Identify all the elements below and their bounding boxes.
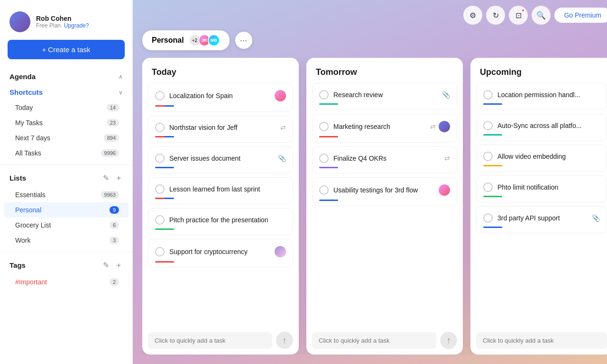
task-priority-bar — [155, 136, 174, 137]
board-tab-row: Personal +2 JR MB ··· — [142, 30, 607, 50]
notification-button[interactable]: ⊡ — [509, 6, 528, 25]
task-priority-bar — [483, 103, 502, 105]
column-tomorrow-header: Tomorrow — [306, 58, 463, 83]
task-circle[interactable] — [483, 90, 493, 100]
task-title: Finalize Q4 OKRs — [333, 154, 386, 163]
search-button[interactable]: 🔍 — [532, 6, 551, 25]
quick-add-input-upcoming[interactable] — [476, 332, 607, 349]
important-tag-badge: 2 — [110, 278, 119, 286]
member-avatar-2: MB — [208, 34, 220, 46]
user-profile: Rob Cohen Free Plan. Upgrade? — [0, 8, 132, 40]
task-card[interactable]: Marketing research ⇄ — [312, 114, 457, 143]
task-circle[interactable] — [483, 152, 493, 161]
task-card[interactable]: Usability testings for 3rd flow — [312, 177, 457, 206]
task-circle[interactable] — [483, 213, 493, 223]
task-circle[interactable] — [155, 123, 165, 132]
task-card[interactable]: Allow video embedding — [476, 145, 607, 172]
sidebar-item-work[interactable]: Work 3 — [4, 233, 129, 248]
task-card[interactable]: Northstar vision for Jeff ⇄ — [148, 116, 293, 143]
task-card[interactable]: Location permission handl... — [476, 83, 607, 110]
agenda-label: Agenda — [9, 73, 36, 81]
sidebar-item-today[interactable]: Today 14 — [4, 100, 129, 115]
lists-section-header[interactable]: Lists ✎ + — [0, 169, 132, 187]
go-premium-button[interactable]: Go Premium — [554, 8, 607, 23]
upgrade-link[interactable]: Upgrade? — [64, 22, 89, 29]
quick-add-input-tomorrow[interactable] — [312, 332, 436, 349]
attach-icon: 📎 — [278, 155, 286, 162]
sidebar-item-personal[interactable]: Personal 9 — [4, 202, 129, 218]
shortcuts-label: Shortcuts — [9, 88, 43, 96]
task-card[interactable]: Auto-Sync across all platfo... — [476, 114, 607, 141]
personal-tab-label: Personal — [152, 36, 184, 45]
task-circle[interactable] — [155, 154, 165, 163]
task-card[interactable]: Finalize Q4 OKRs ⇄ — [312, 146, 457, 173]
user-plan: Free Plan. Upgrade? — [36, 22, 89, 29]
refresh-button[interactable]: ↻ — [486, 6, 505, 25]
shortcuts-section-header[interactable]: Shortcuts ∨ — [0, 84, 132, 100]
board-area: Personal +2 JR MB ··· Today — [133, 30, 607, 364]
sidebar-item-all-tasks[interactable]: All Tasks 9996 — [4, 146, 129, 161]
sidebar-item-my-tasks[interactable]: My Tasks 23 — [4, 115, 129, 130]
next-7-days-label: Next 7 days — [15, 134, 50, 142]
tags-edit-button[interactable]: ✎ — [101, 260, 111, 271]
sidebar-item-next-7-days[interactable]: Next 7 days 894 — [4, 130, 129, 146]
task-circle[interactable] — [319, 154, 329, 163]
personal-label: Personal — [15, 206, 41, 214]
column-upcoming-header: Upcoming — [470, 58, 607, 83]
task-circle[interactable] — [155, 215, 165, 225]
column-today-body: Localization for Spain Norths — [142, 83, 299, 326]
task-card[interactable]: Phto limit notification — [476, 175, 607, 202]
task-card[interactable]: Lesson learned from last sprint — [148, 177, 293, 204]
agenda-chevron-icon: ∧ — [119, 73, 123, 80]
lists-add-button[interactable]: + — [115, 173, 123, 183]
task-circle[interactable] — [483, 121, 493, 130]
task-title: Allow video embedding — [497, 152, 566, 161]
task-circle[interactable] — [155, 247, 165, 256]
topbar: ⚙ ↻ ⊡ 🔍 Go Premium — [133, 0, 607, 30]
task-priority-bar — [155, 105, 174, 107]
tags-section-header[interactable]: Tags ✎ + — [0, 256, 132, 274]
sidebar-item-essentials[interactable]: Essentials 9963 — [4, 187, 129, 202]
gear-icon: ⚙ — [469, 11, 476, 20]
task-circle[interactable] — [319, 90, 329, 100]
divider-2 — [0, 252, 132, 252]
task-circle[interactable] — [155, 91, 165, 100]
personal-tab[interactable]: Personal +2 JR MB — [142, 30, 230, 50]
quick-add-button-today[interactable]: ↑ — [276, 332, 293, 349]
today-label: Today — [15, 104, 33, 111]
task-title: Research review — [333, 91, 383, 99]
task-card[interactable]: Pitch practice for the presentation — [148, 208, 293, 235]
task-card[interactable]: Support for cryptocurrency — [148, 239, 293, 268]
task-card[interactable]: 3rd party API support 📎 — [476, 206, 607, 233]
task-card[interactable]: Research review 📎 — [312, 83, 457, 110]
agenda-section-header[interactable]: Agenda ∧ — [0, 69, 132, 84]
attach-icon: 📎 — [592, 214, 600, 222]
settings-button[interactable]: ⚙ — [463, 6, 482, 25]
tags-add-button[interactable]: + — [115, 260, 123, 271]
create-task-button[interactable]: + Create a task — [8, 40, 125, 59]
column-tomorrow-body: Research review 📎 Marketing r — [306, 83, 463, 326]
notification-dot — [521, 9, 525, 12]
task-priority-bar — [483, 196, 502, 197]
attach-icon: 📎 — [442, 91, 450, 99]
sidebar-item-important-tag[interactable]: #Important 2 — [4, 274, 129, 290]
quick-add-input-today[interactable] — [148, 332, 272, 349]
quick-add-button-tomorrow[interactable]: ↑ — [440, 332, 457, 349]
today-badge: 14 — [107, 104, 119, 111]
lists-edit-button[interactable]: ✎ — [101, 173, 111, 183]
column-today-footer: ↑ — [142, 326, 299, 355]
lists-label: Lists — [9, 174, 26, 182]
task-card[interactable]: Server issues document 📎 — [148, 146, 293, 173]
task-circle[interactable] — [319, 185, 329, 195]
grocery-list-badge: 6 — [110, 221, 119, 229]
task-title: Support for cryptocurrency — [169, 247, 248, 256]
board-more-button[interactable]: ··· — [235, 32, 252, 49]
task-circle[interactable] — [483, 182, 493, 192]
task-circle[interactable] — [319, 122, 329, 131]
task-circle[interactable] — [155, 184, 165, 194]
column-tomorrow: Tomorrow Research review 📎 — [306, 58, 463, 355]
task-avatar — [439, 121, 450, 132]
sidebar-item-grocery-list[interactable]: Grocery List 6 — [4, 218, 129, 233]
task-priority-bar — [319, 200, 338, 201]
task-card[interactable]: Localization for Spain — [148, 83, 293, 112]
